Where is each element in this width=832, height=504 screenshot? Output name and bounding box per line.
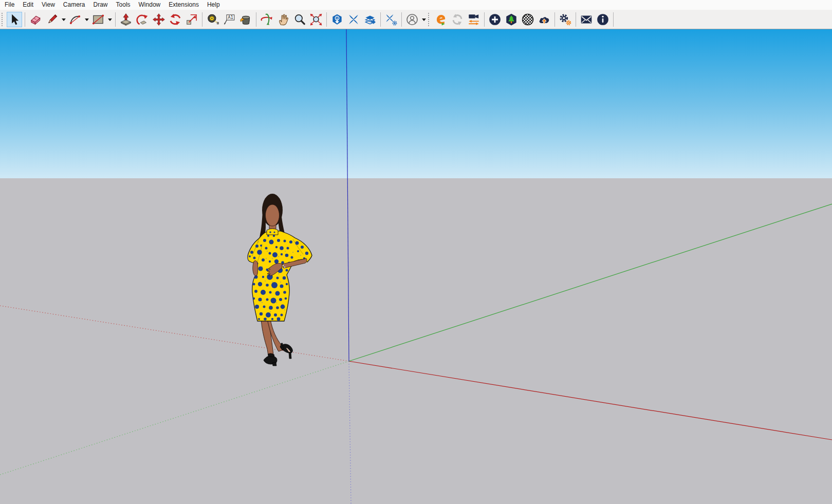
enscape-settings-button[interactable] [558,12,573,27]
rectangle-button[interactable] [90,12,106,27]
push-pull-button[interactable] [118,12,134,27]
zoom-extents-button[interactable] [308,12,324,27]
orbit-button[interactable] [259,12,274,27]
rotate-icon [169,13,182,26]
toolbar-separator [115,12,116,27]
toolbar-separator [401,12,402,27]
toolbar-separator [202,12,202,27]
menu-window[interactable]: Window [135,0,165,10]
import-model-icon [330,13,344,26]
chevron-down-icon [84,17,89,22]
menu-camera[interactable]: Camera [59,0,89,10]
eraser-button[interactable] [28,12,43,27]
sky [0,29,832,178]
follow-me-icon [136,13,149,26]
enscape-start-icon [434,13,448,26]
toolbar-grip[interactable] [428,13,431,26]
enscape-add-asset-button[interactable] [487,12,503,27]
enscape-material-library-button[interactable] [520,12,535,27]
enscape-about-button[interactable] [595,12,611,27]
polygon-reduction-icon [347,13,360,26]
menu-extensions[interactable]: Extensions [164,0,203,10]
ground-plane [0,178,832,504]
eraser-icon [29,13,42,26]
enscape-feedback-icon [580,13,593,26]
toolbar-separator [380,12,381,27]
move-icon [152,13,165,26]
follow-me-button[interactable] [135,12,150,27]
sign-in-icon [405,13,419,26]
zoom-extents-icon [309,13,323,26]
enscape-camera-sync-button[interactable] [466,12,482,27]
chevron-down-icon [61,17,66,22]
chevron-down-icon [421,17,427,22]
two-point-arc-icon [68,13,82,26]
chevron-down-icon [107,17,113,22]
text-button[interactable]: A1 [221,12,237,27]
pan-icon [276,13,290,26]
menu-bar: FileEditViewCameraDrawToolsWindowExtensi… [0,0,832,10]
toolbar-separator [25,12,25,27]
menu-tools[interactable]: Tools [112,0,135,10]
orbit-icon [260,13,273,26]
menu-help[interactable]: Help [203,0,224,10]
toolbar: A1 [0,10,832,29]
paint-bucket-button[interactable] [238,12,253,27]
rectangle-dropdown[interactable] [106,12,113,27]
enscape-upload-button[interactable] [537,12,552,27]
enscape-start-button[interactable] [433,12,449,27]
move-button[interactable] [151,12,167,27]
toolbar-separator [613,12,614,27]
push-pull-icon [119,13,133,26]
line-button[interactable] [44,12,60,27]
enscape-sync-button[interactable] [450,12,465,27]
drawing-viewport[interactable] [0,29,832,504]
menu-draw[interactable]: Draw [89,0,112,10]
tape-measure-button[interactable] [205,12,220,27]
enscape-asset-library-icon [505,13,518,26]
toolbar-grip[interactable] [2,13,4,26]
rotate-button[interactable] [168,12,183,27]
line-icon [45,13,59,26]
two-point-arc-dropdown[interactable] [83,12,90,27]
enscape-material-library-icon [521,13,534,26]
tape-measure-icon [206,13,219,26]
toolbar-separator [484,12,485,27]
enscape-feedback-button[interactable] [579,12,594,27]
two-point-arc-button[interactable] [67,12,83,27]
rectangle-icon [91,13,105,26]
sign-in-dropdown[interactable] [420,12,427,27]
enscape-about-icon [596,13,609,26]
sign-in-button[interactable] [404,12,420,27]
toolbar-separator [554,12,555,27]
select-button[interactable] [7,12,22,27]
zoom-button[interactable] [292,12,307,27]
line-dropdown[interactable] [60,12,67,27]
scale-button[interactable] [184,12,199,27]
svg-text:A1: A1 [228,14,233,20]
scale-icon [185,13,198,26]
enscape-upload-icon [538,13,551,26]
enscape-add-asset-icon [488,13,502,26]
polygon-reduction-button[interactable] [346,12,361,27]
enscape-asset-library-button[interactable] [504,12,519,27]
toolbar-separator [326,12,327,27]
layers-export-button[interactable] [362,12,378,27]
toolbar-separator [256,12,256,27]
menu-file[interactable]: File [1,0,19,10]
import-model-button[interactable] [329,12,345,27]
figure-left-hand [253,260,258,276]
paint-bucket-icon [239,13,252,26]
layers-export-icon [363,13,377,26]
toolbar-separator [576,12,576,27]
menu-edit[interactable]: Edit [19,0,38,10]
enscape-settings-icon [559,13,572,26]
zoom-icon [293,13,306,26]
menu-view[interactable]: View [38,0,59,10]
enscape-camera-sync-icon [467,13,480,26]
enscape-sync-icon [451,13,464,26]
reduction-settings-button[interactable] [383,12,399,27]
pan-button[interactable] [275,12,291,27]
reduction-settings-icon [384,13,398,26]
figure-collar [267,229,278,235]
